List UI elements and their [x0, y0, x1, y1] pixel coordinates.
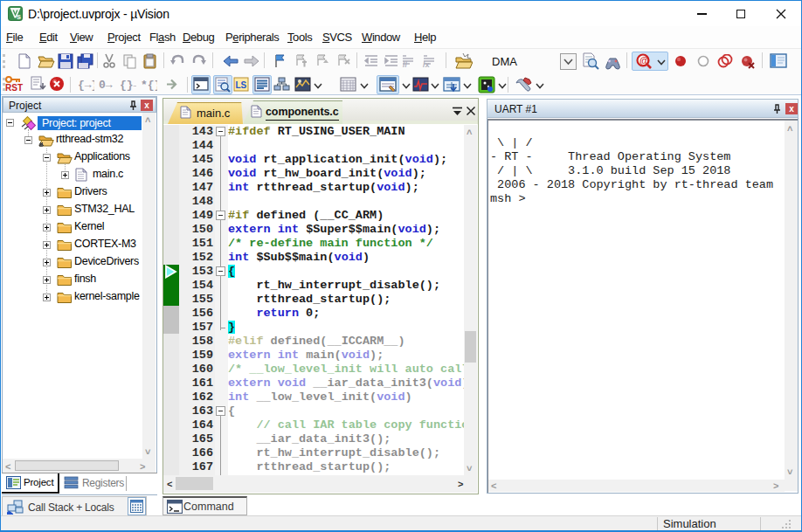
svg-text://: // [403, 60, 408, 69]
svg-text:@: @ [640, 55, 649, 66]
svg-text:LS: LS [236, 80, 247, 90]
svg-text:/x: /x [423, 60, 430, 69]
